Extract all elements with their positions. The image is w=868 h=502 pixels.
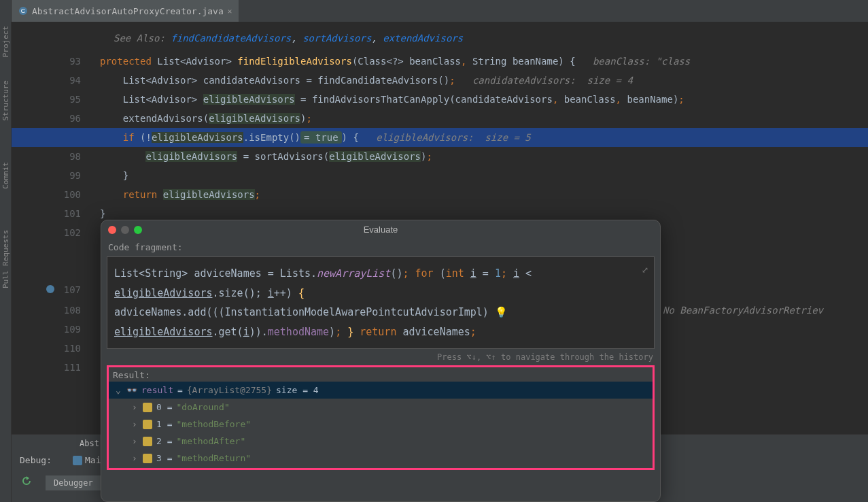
breakpoint-line: if (!eligibleAdvisors.isEmpty()= true) {… [12,128,868,147]
code-line: List<Advisor> candidateAdvisors = findCa… [12,71,868,90]
history-hint: Press ⌥↓, ⌥↑ to navigate through the his… [101,350,660,364]
line-number[interactable]: 107 [64,284,81,295]
javadoc-link[interactable]: sortAdvisors [302,33,371,44]
close-window-icon[interactable] [108,226,116,234]
line-number[interactable]: 109 [64,324,81,335]
maximize-window-icon[interactable] [134,226,142,234]
rerun-icon[interactable] [21,475,32,486]
code-line: extendAdvisors(eligibleAdvisors); [12,109,868,128]
structure-tool[interactable]: Structure [0,75,12,127]
collapse-icon[interactable]: ⤢ [642,263,648,278]
close-icon[interactable]: ✕ [228,7,232,16]
window-controls [108,226,142,234]
svg-point-2 [46,285,54,293]
debugger-tab[interactable]: Debugger [46,475,101,490]
chevron-down-icon[interactable]: ⌄ [114,385,122,395]
code-line: } [12,166,868,185]
evaluate-dialog: Evaluate Code fragment: ⤢ List<String> a… [101,220,661,502]
result-panel: Result: ⌄ 👓 result = {ArrayList@2755} si… [107,365,655,470]
tool-window-bar: Project Structure Commit Pull Requests [0,0,12,502]
svg-rect-3 [73,456,82,465]
editor-tab[interactable]: C AbstractAdvisorAutoProxyCreator.java ✕ [12,0,239,22]
field-icon [143,437,152,446]
code-line: List<Advisor> eligibleAdvisors = findAdv… [12,90,868,109]
chevron-right-icon[interactable]: › [131,436,139,446]
code-fragment-input[interactable]: ⤢ List<String> adviceNames = Lists.newAr… [107,256,655,349]
code-line: return eligibleAdvisors; [12,185,868,204]
commit-tool[interactable]: Commit [0,156,12,195]
field-icon [143,454,152,463]
result-item[interactable]: ›3 = "methodReturn" [109,450,653,467]
chevron-right-icon[interactable]: › [131,419,139,429]
line-number[interactable]: 111 [64,362,81,373]
override-icon[interactable] [46,284,56,295]
result-item[interactable]: ›0 = "doAround" [109,399,653,416]
code-line: protected List<Advisor> findEligibleAdvi… [12,52,868,71]
javadoc-link[interactable]: findCandidateAdvisors [171,33,291,44]
code-line: eligibleAdvisors = sortAdvisors(eligible… [12,147,868,166]
code-fragment-label: Code fragment: [101,239,660,255]
minimize-window-icon[interactable] [121,226,129,234]
result-item[interactable]: ›1 = "methodBefore" [109,416,653,433]
dialog-title-bar[interactable]: Evaluate [101,220,660,239]
dialog-title: Evaluate [364,224,398,235]
field-icon [143,420,152,429]
run-icon [73,456,82,465]
line-number[interactable]: 102 [64,227,81,238]
javadoc-seealso: See Also: [114,33,165,44]
svg-text:C: C [21,7,26,14]
watch-icon: 👓 [126,385,137,395]
chevron-right-icon[interactable]: › [131,453,139,463]
editor-tab-bar: C AbstractAdvisorAutoProxyCreator.java ✕ [12,0,868,22]
pull-requests-tool[interactable]: Pull Requests [0,224,12,294]
project-tool[interactable]: Project [0,20,12,63]
line-number[interactable]: 110 [64,343,81,354]
chevron-right-icon[interactable]: › [131,402,139,412]
result-root[interactable]: ⌄ 👓 result = {ArrayList@2755} size = 4 [109,382,653,399]
javadoc-link[interactable]: extendAdvisors [383,33,463,44]
debug-label: Debug: [14,454,57,467]
lightbulb-icon[interactable]: 💡 [495,306,508,318]
result-item[interactable]: ›2 = "methodAfter" [109,433,653,450]
field-icon [143,403,152,412]
tab-filename: AbstractAdvisorAutoProxyCreator.java [32,6,224,16]
java-class-icon: C [18,6,28,16]
result-label: Result: [109,369,653,382]
